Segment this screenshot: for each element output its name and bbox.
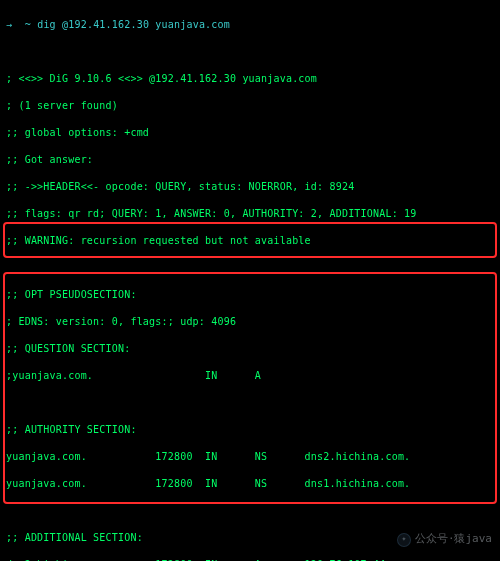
dig-header-line: ; <<>> DiG 9.10.6 <<>> @192.41.162.30 yu… [6,72,494,86]
blank-line [6,504,494,518]
question-row: ;yuanjava.com. IN A [6,369,494,383]
blank-line [6,261,494,275]
prompt-line: → ~ dig @192.41.162.30 yuanjava.com [6,18,494,32]
blank-line [6,45,494,59]
dig-header-line: ;; Got answer: [6,153,494,167]
blank-line [6,396,494,410]
terminal-output: → ~ dig @192.41.162.30 yuanjava.com ; <<… [0,0,500,561]
opt-section-line: ; EDNS: version: 0, flags:; udp: 4096 [6,315,494,329]
watermark-text: 公众号·猿java [415,532,492,547]
authority-row: yuanjava.com. 172800 IN NS dns1.hichina.… [6,477,494,491]
authority-row: yuanjava.com. 172800 IN NS dns2.hichina.… [6,450,494,464]
prompt-arrow-icon: → [6,19,12,30]
watermark: ✦ 公众号·猿java [397,532,492,547]
authority-section-header: ;; AUTHORITY SECTION: [6,423,494,437]
prompt-cwd: ~ [25,19,31,30]
dig-header-line: ;; WARNING: recursion requested but not … [6,234,494,248]
dig-header-line: ;; global options: +cmd [6,126,494,140]
dig-header-line: ;; ->>HEADER<<- opcode: QUERY, status: N… [6,180,494,194]
dig-header-line: ;; flags: qr rd; QUERY: 1, ANSWER: 0, AU… [6,207,494,221]
opt-section-header: ;; OPT PSEUDOSECTION: [6,288,494,302]
dig-header-line: ; (1 server found) [6,99,494,113]
command-text: dig @192.41.162.30 yuanjava.com [37,19,230,30]
question-section-header: ;; QUESTION SECTION: [6,342,494,356]
watermark-icon: ✦ [397,533,411,547]
additional-row: dns2.hichina.com. 172800 IN A 120.76.107… [6,558,494,562]
